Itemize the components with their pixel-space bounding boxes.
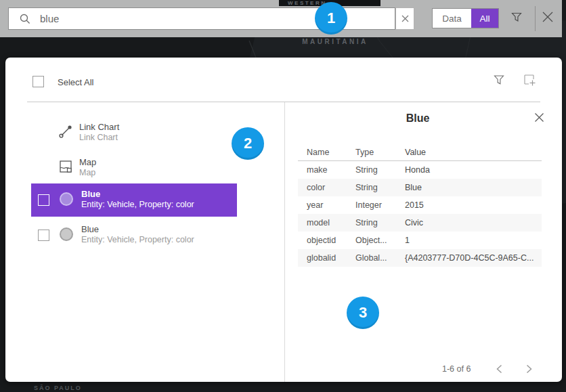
- segment-data[interactable]: Data: [433, 9, 471, 28]
- cell-name: color: [298, 183, 347, 192]
- pagination-label: 1-6 of 6: [442, 364, 471, 374]
- result-item-link-chart[interactable]: Link Chart Link Chart: [58, 122, 261, 149]
- cell-value: Blue: [396, 183, 542, 192]
- result-item-map[interactable]: Map Map: [58, 157, 261, 184]
- cell-name: globalid: [298, 253, 347, 263]
- details-close-button[interactable]: [532, 112, 546, 125]
- search-icon: [20, 14, 30, 24]
- result-item-blue-selected[interactable]: Blue Entity: Vehicle, Property: color: [31, 183, 237, 217]
- result-subtitle: Link Chart: [79, 133, 119, 143]
- details-title: Blue: [290, 112, 546, 125]
- result-title: Link Chart: [79, 122, 119, 133]
- clear-search-button[interactable]: [395, 7, 414, 30]
- entity-circle-icon: [60, 227, 73, 241]
- result-subtitle: Entity: Vehicle, Property: color: [81, 200, 194, 210]
- result-text: Link Chart Link Chart: [79, 122, 119, 143]
- map-icon: [58, 159, 73, 177]
- filter-button[interactable]: [508, 9, 525, 27]
- result-item-blue[interactable]: Blue Entity: Vehicle, Property: color: [31, 219, 237, 252]
- entity-circle-icon: [60, 192, 73, 206]
- toolbar-divider: [535, 6, 536, 31]
- column-header-type: Type: [347, 148, 396, 157]
- result-checkbox[interactable]: [38, 230, 49, 241]
- cell-name: model: [298, 218, 347, 227]
- column-header-value: Value: [396, 148, 542, 157]
- cell-type: String: [347, 218, 396, 227]
- add-to-selection-button[interactable]: [521, 73, 538, 89]
- pagination: 1-6 of 6: [442, 362, 536, 376]
- cell-value: 1: [396, 236, 542, 245]
- funnel-icon: [492, 73, 506, 89]
- list-details-divider: [284, 102, 285, 382]
- cell-name: objectid: [298, 236, 347, 245]
- result-title: Map: [79, 157, 96, 168]
- callout-badge-3: 3: [347, 297, 379, 329]
- properties-table: Name Type Value make String Honda color …: [298, 144, 542, 267]
- search-value: blue: [40, 13, 59, 24]
- result-checkbox[interactable]: [38, 194, 49, 206]
- data-all-toggle: Data All: [432, 8, 499, 28]
- screen: MAURITANIA SÃO PAULO WESTERN blue Data A…: [0, 0, 566, 392]
- cell-name: make: [298, 165, 347, 175]
- table-row: model String Civic: [298, 214, 542, 232]
- callout-badge-2: 2: [232, 127, 264, 160]
- close-icon: [542, 11, 554, 26]
- chevron-left-icon: [496, 364, 502, 374]
- cell-type: String: [347, 165, 396, 175]
- table-row: year Integer 2015: [298, 196, 542, 214]
- link-chart-icon: [58, 124, 73, 141]
- table-row: globalid Global... {A4203777-D70D-4C5C-9…: [298, 249, 542, 267]
- result-title: Blue: [81, 189, 194, 200]
- cell-value: {A4203777-D70D-4C5C-9A65-C...: [396, 253, 542, 263]
- cell-type: Object...: [347, 236, 396, 245]
- cell-value: Honda: [396, 165, 542, 175]
- add-selection-icon: [522, 72, 537, 90]
- callout-badge-1: 1: [315, 2, 347, 35]
- header-divider: [27, 102, 540, 102]
- result-text: Blue Entity: Vehicle, Property: color: [81, 224, 194, 245]
- table-row: objectid Object... 1: [298, 232, 542, 249]
- table-row: make String Honda: [298, 161, 542, 179]
- clear-icon: [401, 13, 409, 25]
- close-search-button[interactable]: [539, 9, 557, 27]
- column-header-name: Name: [298, 148, 347, 157]
- close-icon: [534, 112, 544, 125]
- select-all-checkbox[interactable]: [32, 76, 44, 87]
- result-title: Blue: [81, 224, 194, 235]
- result-subtitle: Entity: Vehicle, Property: color: [81, 235, 194, 245]
- table-row: color String Blue: [298, 179, 542, 196]
- cell-type: String: [347, 183, 396, 192]
- chevron-right-icon: [526, 364, 532, 374]
- search-results-panel: Select All Link Chart Link Chart: [5, 58, 562, 382]
- pagination-next-button[interactable]: [522, 362, 536, 376]
- results-filter-button[interactable]: [491, 73, 507, 89]
- map-label-mauritania: MAURITANIA: [291, 38, 379, 45]
- result-subtitle: Map: [79, 168, 96, 178]
- segment-all[interactable]: All: [471, 9, 498, 28]
- cell-value: 2015: [396, 200, 542, 210]
- cell-value: Civic: [396, 218, 542, 227]
- table-header-row: Name Type Value: [298, 144, 542, 161]
- cell-type: Integer: [347, 200, 396, 210]
- select-all-label: Select All: [58, 77, 93, 87]
- pagination-prev-button[interactable]: [492, 362, 506, 376]
- cell-name: year: [298, 200, 347, 210]
- map-label-bottom: SÃO PAULO: [34, 385, 82, 391]
- filter-funnel-icon: [510, 10, 523, 26]
- result-text: Map Map: [79, 157, 96, 178]
- cell-type: Global...: [347, 253, 396, 263]
- result-text: Blue Entity: Vehicle, Property: color: [81, 189, 194, 210]
